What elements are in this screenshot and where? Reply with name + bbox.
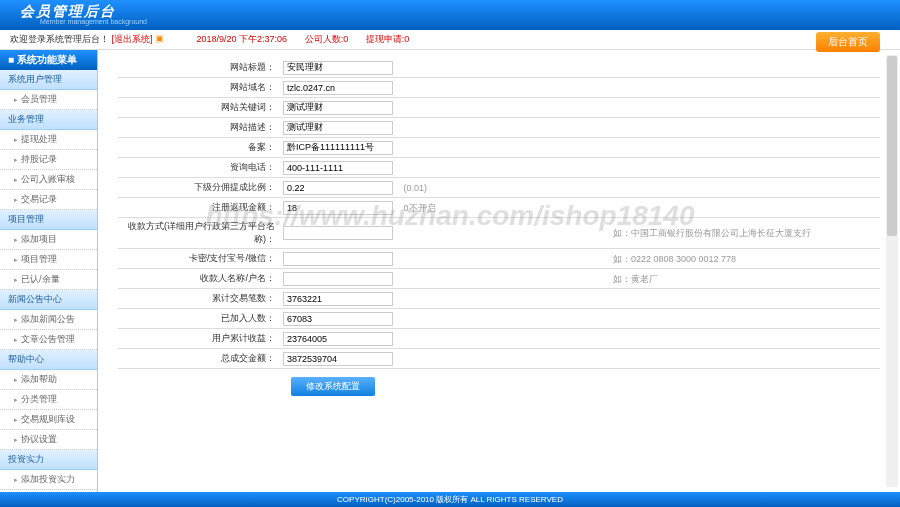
main-content: 网站标题：网站域名：网站关键词：网站描述：备案：资询电话： 下级分佣提成比例： … (98, 50, 900, 492)
input-reg-reward[interactable] (283, 201, 393, 215)
form-label: 备案： (118, 141, 283, 154)
form-input[interactable] (283, 161, 393, 175)
sidebar-item[interactable]: 添加新闻公告 (0, 310, 97, 330)
submit-button[interactable]: 修改系统配置 (291, 377, 375, 396)
row-payee: 收款人名称/户名： 如：黄老厂 (118, 269, 880, 289)
footer: COPYRIGHT(C)2005-2010 版权所有 ALL RIGHTS RE… (0, 492, 900, 507)
row-account: 卡密/支付宝号/微信： 如：0222 0808 3000 0012 778 (118, 249, 880, 269)
sidebar-category[interactable]: 投资实力 (0, 450, 97, 470)
form-input[interactable] (283, 61, 393, 75)
sidebar-category[interactable]: 新闻公告中心 (0, 290, 97, 310)
label-join-num: 已加入人数： (118, 312, 283, 325)
form-label: 资询电话： (118, 161, 283, 174)
app-subtitle: Member management background (40, 18, 147, 25)
label-account: 卡密/支付宝号/微信： (118, 252, 283, 265)
label-payee: 收款人名称/户名： (118, 272, 283, 285)
logout-link[interactable]: [退出系统] (112, 34, 153, 44)
sidebar-item[interactable]: 交易记录 (0, 190, 97, 210)
sidebar-category[interactable]: 系统用户管理 (0, 70, 97, 90)
sidebar-category[interactable]: 业务管理 (0, 110, 97, 130)
stat-withdraw: 提现申请:0 (366, 34, 410, 44)
row-commission: 下级分佣提成比例： (0.01) (118, 178, 880, 198)
row-trade-total: 累计交易笔数： (118, 289, 880, 309)
form-input[interactable] (283, 141, 393, 155)
scrollbar-thumb[interactable] (887, 56, 897, 236)
sidebar-item[interactable]: 添加投资实力 (0, 470, 97, 490)
sidebar-item[interactable]: 文章公告管理 (0, 330, 97, 350)
datetime-text: 2018/9/20 下午2:37:06 (197, 34, 288, 44)
form-input[interactable] (283, 101, 393, 115)
sidebar-item[interactable]: 持股记录 (0, 150, 97, 170)
form-label: 网站关键词： (118, 101, 283, 114)
sidebar-item[interactable]: 提现处理 (0, 130, 97, 150)
row-total-amount: 总成交金额： (118, 349, 880, 369)
input-total-amount[interactable] (283, 352, 393, 366)
input-payee[interactable] (283, 272, 393, 286)
sidebar-item[interactable]: 公司入账审核 (0, 170, 97, 190)
form-row: 备案： (118, 138, 880, 158)
form-row: 网站关键词： (118, 98, 880, 118)
form-row: 网站标题： (118, 58, 880, 78)
sidebar-item[interactable]: 已认/余量 (0, 270, 97, 290)
input-account[interactable] (283, 252, 393, 266)
row-user-revenue: 用户累计收益： (118, 329, 880, 349)
example-payee: 如：黄老厂 (393, 274, 658, 284)
scrollbar[interactable] (886, 55, 898, 487)
sidebar-header: ■ 系统功能菜单 (0, 50, 97, 70)
example-account: 如：0222 0808 3000 0012 778 (393, 254, 736, 264)
form-label: 网站描述： (118, 121, 283, 134)
sidebar-item[interactable]: 协议设置 (0, 430, 97, 450)
example-payment: 如：中国工商银行股份有限公司上海长征大厦支行 (393, 228, 811, 238)
row-reg-reward: 注册返现金额： 0不开启 (118, 198, 880, 218)
form-input[interactable] (283, 81, 393, 95)
home-button[interactable]: 后台首页 (816, 32, 880, 52)
sidebar: ■ 系统功能菜单 系统用户管理会员管理业务管理提现处理持股记录公司入账审核交易记… (0, 50, 98, 492)
form-row: 网站描述： (118, 118, 880, 138)
hint-commission: (0.01) (404, 183, 428, 193)
sidebar-item[interactable]: 分类管理 (0, 390, 97, 410)
sidebar-item[interactable]: 会员管理 (0, 90, 97, 110)
input-trade-total[interactable] (283, 292, 393, 306)
label-payment: 收款方式(详细用户行政第三方平台名称)： (118, 220, 283, 246)
label-user-revenue: 用户累计收益： (118, 332, 283, 345)
form-input[interactable] (283, 121, 393, 135)
sidebar-item[interactable]: 添加帮助 (0, 370, 97, 390)
welcome-text: 欢迎登录系统管理后台！ (10, 34, 109, 44)
app-header: 会员管理后台 Member management background (0, 0, 900, 30)
label-trade-total: 累计交易笔数： (118, 292, 283, 305)
label-reg-reward: 注册返现金额： (118, 201, 283, 214)
input-join-num[interactable] (283, 312, 393, 326)
label-commission: 下级分佣提成比例： (118, 181, 283, 194)
sidebar-category[interactable]: 帮助中心 (0, 350, 97, 370)
input-payment[interactable] (283, 226, 393, 240)
label-total-amount: 总成交金额： (118, 352, 283, 365)
hint-reg-reward: 0不开启 (404, 203, 436, 213)
top-status-bar: 欢迎登录系统管理后台！ [退出系统] ▣ 2018/9/20 下午2:37:06… (0, 30, 900, 50)
sidebar-category[interactable]: 项目管理 (0, 210, 97, 230)
sidebar-item[interactable]: 项目管理 (0, 250, 97, 270)
input-commission[interactable] (283, 181, 393, 195)
sidebar-item[interactable]: 添加项目 (0, 230, 97, 250)
row-payment: 收款方式(详细用户行政第三方平台名称)： 如：中国工商银行股份有限公司上海长征大… (118, 218, 880, 249)
refresh-icon[interactable]: ▣ (155, 34, 164, 44)
stat-company: 公司人数:0 (305, 34, 349, 44)
row-join-num: 已加入人数： (118, 309, 880, 329)
form-label: 网站域名： (118, 81, 283, 94)
form-row: 资询电话： (118, 158, 880, 178)
form-row: 网站域名： (118, 78, 880, 98)
sidebar-item[interactable]: 交易规则库设 (0, 410, 97, 430)
form-label: 网站标题： (118, 61, 283, 74)
input-user-revenue[interactable] (283, 332, 393, 346)
